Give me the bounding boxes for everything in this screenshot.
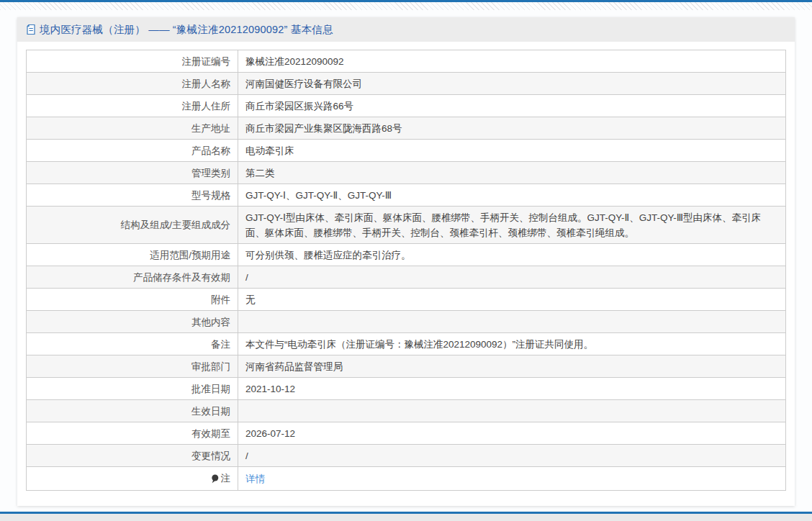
table-row: 型号规格 GJT-QY-Ⅰ、GJT-QY-Ⅱ、GJT-QY-Ⅲ [27,184,786,207]
row-label: 生产地址 [27,117,238,140]
row-value: 商丘市梁园产业集聚区陇海西路68号 [238,117,786,140]
row-label: 附件 [27,289,238,311]
hatch-strip [0,2,812,10]
row-value: 详情 [238,467,786,491]
row-value: / [238,266,786,289]
row-label: 结构及组成/主要组成成分 [27,207,238,244]
table-row: 注册证编号 豫械注准20212090092 [27,50,786,73]
row-value: GJT-QY-Ⅰ型由床体、牵引床面、躯体床面、腰椎绑带、手柄开关、控制台组成。G… [238,207,786,244]
table-row: 审批部门 河南省药品监督管理局 [27,355,786,378]
row-value: 可分别供颈、腰椎适应症的牵引治疗。 [238,244,786,266]
row-label: 其他内容 [27,311,238,333]
table-row: 注 详情 [27,467,786,491]
row-label: 适用范围/预期用途 [27,244,238,266]
row-value: 豫械注准20212090092 [238,50,786,73]
row-value: GJT-QY-Ⅰ、GJT-QY-Ⅱ、GJT-QY-Ⅲ [238,184,786,207]
info-table: 注册证编号 豫械注准20212090092 注册人名称 河南国健医疗设备有限公司… [26,50,786,491]
row-label: 注册人名称 [27,73,238,95]
row-label: 型号规格 [27,184,238,207]
row-label: 管理类别 [27,162,238,184]
table-row: 注册人名称 河南国健医疗设备有限公司 [27,73,786,95]
note-bulb-icon [211,474,219,484]
row-value: 第二类 [238,162,786,184]
row-value: 电动牵引床 [238,140,786,162]
row-label: 注册人住所 [27,95,238,117]
table-row: 适用范围/预期用途 可分别供颈、腰椎适应症的牵引治疗。 [27,244,786,266]
row-value: 2026-07-12 [238,422,786,445]
row-label-text: 注 [221,471,231,486]
table-row: 管理类别 第二类 [27,162,786,184]
page-title: 境内医疗器械（注册） —— “豫械注准20212090092” 基本信息 [40,23,333,37]
row-label: 注册证编号 [27,50,238,73]
footer-strip [0,514,812,521]
row-value: 2021-10-12 [238,378,786,400]
row-label: 生效日期 [27,400,238,422]
row-value [238,311,786,333]
document-icon [26,24,36,35]
row-label: 变更情况 [27,445,238,467]
table-row: 其他内容 [27,311,786,333]
row-label: 产品储存条件及有效期 [27,266,238,289]
row-value: / [238,445,786,467]
row-label: 产品名称 [27,140,238,162]
row-label: 备注 [27,333,238,355]
card-header: 境内医疗器械（注册） —— “豫械注准20212090092” 基本信息 [17,17,795,42]
card-body: 注册证编号 豫械注准20212090092 注册人名称 河南国健医疗设备有限公司… [17,42,795,491]
row-value: 本文件与“电动牵引床（注册证编号：豫械注准20212090092）”注册证共同使… [238,333,786,355]
table-row: 有效期至 2026-07-12 [27,422,786,445]
table-row: 产品储存条件及有效期 / [27,266,786,289]
row-value: 河南省药品监督管理局 [238,355,786,378]
table-row: 产品名称 电动牵引床 [27,140,786,162]
table-row: 注册人住所 商丘市梁园区振兴路66号 [27,95,786,117]
table-row: 结构及组成/主要组成成分 GJT-QY-Ⅰ型由床体、牵引床面、躯体床面、腰椎绑带… [27,207,786,244]
row-value: 河南国健医疗设备有限公司 [238,73,786,95]
row-value: 商丘市梁园区振兴路66号 [238,95,786,117]
table-row: 变更情况 / [27,445,786,467]
table-row: 附件 无 [27,289,786,311]
row-label: 注 [27,467,238,491]
row-label: 批准日期 [27,378,238,400]
row-label: 审批部门 [27,355,238,378]
table-row: 备注 本文件与“电动牵引床（注册证编号：豫械注准20212090092）”注册证… [27,333,786,355]
detail-link[interactable]: 详情 [245,474,265,484]
table-row: 批准日期 2021-10-12 [27,378,786,400]
row-value [238,400,786,422]
row-value: 无 [238,289,786,311]
row-label: 有效期至 [27,422,238,445]
info-card: 境内医疗器械（注册） —— “豫械注准20212090092” 基本信息 注册证… [17,17,795,506]
table-row: 生产地址 商丘市梁园产业集聚区陇海西路68号 [27,117,786,140]
table-row: 生效日期 [27,400,786,422]
